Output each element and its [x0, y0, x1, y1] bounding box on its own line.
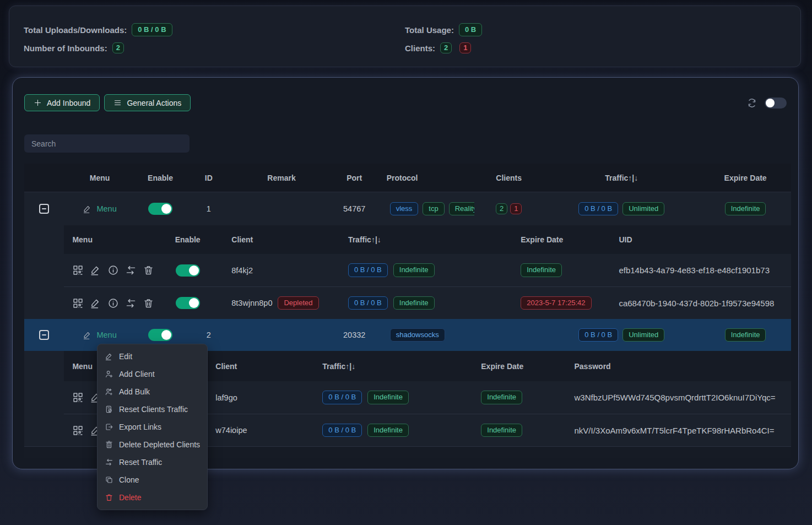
- stat-label: Clients:: [405, 44, 435, 53]
- delete-icon[interactable]: [143, 297, 154, 309]
- expire-badge: Indefinite: [725, 328, 766, 342]
- header-traffic-sort[interactable]: Traffic↑|↓: [543, 174, 700, 182]
- protocol-badge: shadowsocks: [390, 328, 445, 342]
- delete-icon: [105, 493, 113, 502]
- expire-badge: 2023-5-7 17:25:42: [521, 296, 591, 310]
- clients-active-badge: 2: [440, 42, 452, 54]
- qr-code-icon[interactable]: [72, 297, 84, 309]
- header-remark: Remark: [232, 174, 331, 182]
- client-enable-toggle[interactable]: [176, 297, 200, 309]
- menu-item-add-client[interactable]: Add Client: [98, 365, 207, 383]
- inbound-2-enable-toggle[interactable]: [148, 329, 172, 341]
- menu-item-delete[interactable]: Delete: [98, 489, 207, 506]
- traffic-badge: 0 B / 0 B: [322, 424, 362, 437]
- edit-icon: [83, 204, 92, 214]
- qr-code-icon[interactable]: [72, 425, 84, 436]
- search-bar: [24, 134, 787, 153]
- menu-item-export-links[interactable]: Export Links: [98, 418, 207, 436]
- total-usage-badge: 0 B: [459, 23, 482, 37]
- plus-icon: [34, 99, 42, 107]
- toggle-knob: [161, 204, 171, 214]
- menu-item-label: Clone: [119, 475, 139, 484]
- search-input[interactable]: [24, 134, 190, 153]
- client-row-8f4kj2: 8f4kj2 0 B / 0 B Indefinite Indefinite e…: [64, 254, 791, 286]
- client-name: 8t3wjnn8p0: [231, 299, 272, 307]
- client-password: w3NfbzUPf5WWd745Q8pvsmQrdrttT2IO6knuI7Di…: [575, 393, 776, 402]
- sub-header-traffic-sort[interactable]: Traffic↑|↓: [336, 235, 512, 244]
- client-enable-toggle[interactable]: [176, 264, 200, 277]
- sub-header-expire: Expire Date: [473, 362, 567, 371]
- depleted-badge: Depleted: [278, 296, 318, 310]
- export-links-icon: [105, 423, 113, 431]
- info-icon[interactable]: [107, 264, 119, 276]
- inbound-1-menu-trigger[interactable]: Menu: [83, 204, 116, 214]
- inbound-2-expire: Indefinite: [700, 328, 791, 342]
- traffic-badge: 0 B / 0 B: [322, 391, 362, 404]
- header-clients: Clients: [474, 174, 543, 182]
- sub-header-expire: Expire Date: [512, 235, 608, 244]
- subtable-gutter: [24, 351, 64, 446]
- add-inbound-label: Add Inbound: [47, 99, 90, 107]
- inbound-1-port: 54767: [331, 204, 378, 213]
- sub-header-uid: UID: [608, 235, 791, 244]
- expire-badge: Indefinite: [521, 263, 562, 277]
- expire-badge: Indefinite: [481, 424, 522, 437]
- traffic-badge: 0 B / 0 B: [348, 263, 388, 277]
- inbound-1-expire: Indefinite: [700, 202, 791, 216]
- sub-header-traffic-sort[interactable]: Traffic↑|↓: [314, 362, 473, 371]
- protocol-badge: tcp: [423, 202, 444, 216]
- inbound-1-enable-toggle[interactable]: [148, 203, 172, 215]
- qr-code-icon[interactable]: [72, 392, 84, 403]
- collapse-inbound-2-button[interactable]: [39, 330, 49, 340]
- menu-item-reset-clients-traffic[interactable]: Reset Clients Traffic: [98, 400, 207, 418]
- add-bulk-icon: [105, 387, 113, 396]
- refresh-icon[interactable]: [746, 98, 757, 109]
- edit-icon[interactable]: [90, 264, 101, 276]
- stat-total-uploads-downloads: Total Uploads/Downloads: 0 B / 0 B: [24, 23, 405, 37]
- header-expire-date: Expire Date: [700, 174, 791, 182]
- menu-item-label: Reset Clients Traffic: [119, 405, 188, 414]
- menu-item-add-bulk[interactable]: Add Bulk: [98, 383, 207, 400]
- toggle-knob: [189, 298, 199, 308]
- sub-header-client: Client: [209, 235, 336, 244]
- sub-header-client: Client: [209, 362, 314, 371]
- edit-icon[interactable]: [90, 297, 101, 309]
- menu-item-edit[interactable]: Edit: [98, 348, 207, 365]
- reset-traffic-icon: [105, 458, 113, 467]
- client-name: 8f4kj2: [231, 266, 253, 275]
- inbound-2-menu-trigger[interactable]: Menu: [83, 331, 116, 340]
- stat-total-usage: Total Usage: 0 B: [405, 23, 786, 37]
- reset-traffic-icon[interactable]: [125, 297, 137, 309]
- menu-item-delete-depleted-clients[interactable]: Delete Depleted Clients: [98, 436, 207, 453]
- general-actions-label: General Actions: [127, 99, 181, 107]
- toggle-knob: [766, 99, 775, 107]
- inbounds-page: { "header_stats": { "total_uploads_downl…: [0, 0, 812, 525]
- client-password: nkV/I/3XoAm9v6xMT/T5lcrF4TpeTKF98rHARbRo…: [575, 426, 775, 435]
- inbound-1-id: 1: [185, 204, 232, 213]
- inbound-1-protocols: vless tcp Reality: [378, 202, 474, 216]
- menu-item-label: Export Links: [119, 423, 161, 431]
- inbounds-count-badge: 2: [112, 42, 124, 54]
- collapse-inbound-1-button[interactable]: [39, 204, 49, 214]
- reset-traffic-icon[interactable]: [125, 264, 137, 276]
- info-icon[interactable]: [107, 297, 119, 309]
- menu-item-reset-traffic[interactable]: Reset Traffic: [98, 453, 207, 471]
- delete-icon[interactable]: [143, 264, 154, 276]
- add-inbound-button[interactable]: Add Inbound: [24, 94, 100, 111]
- client-name: laf9go: [215, 393, 237, 402]
- stat-label: Number of Inbounds:: [24, 44, 107, 53]
- general-actions-button[interactable]: General Actions: [104, 94, 191, 111]
- header-port: Port: [331, 174, 378, 182]
- inbound-2-id: 2: [185, 331, 232, 339]
- subtable-1-header-row: Menu Enable Client Traffic↑|↓ Expire Dat…: [64, 225, 791, 254]
- traffic-badge: 0 B / 0 B: [578, 328, 618, 342]
- toggle-knob: [161, 330, 171, 340]
- subtable-gutter: [24, 225, 64, 319]
- traffic-limit-badge: Unlimited: [622, 328, 664, 342]
- qr-code-icon[interactable]: [72, 264, 84, 276]
- total-uploads-downloads-badge: 0 B / 0 B: [132, 23, 172, 37]
- traffic-limit-badge: Indefinite: [367, 391, 409, 404]
- menu-item-clone[interactable]: Clone: [98, 471, 207, 489]
- client-uid: ca68470b-1940-437d-802b-1f9573e94598: [619, 299, 774, 308]
- dark-mode-toggle[interactable]: [765, 98, 787, 109]
